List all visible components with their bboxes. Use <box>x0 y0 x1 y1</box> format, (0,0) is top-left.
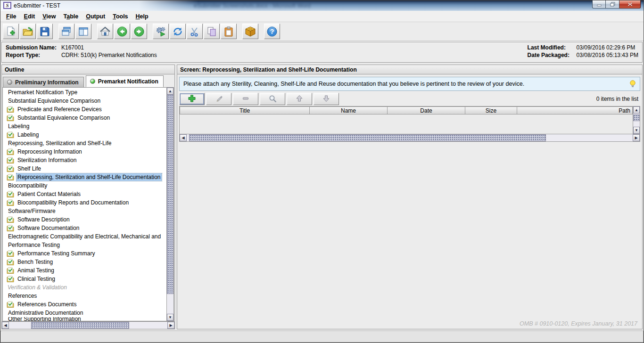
outline-item[interactable]: Substantial Equivalence Comparison <box>3 97 166 105</box>
outline-item[interactable]: Performance Testing <box>3 241 166 249</box>
restore-button[interactable] <box>606 0 619 8</box>
table-vertical-scrollbar[interactable]: ▲ ▼ <box>633 106 640 134</box>
help-button[interactable]: ? <box>264 24 280 39</box>
outline-item[interactable]: References Documents <box>3 300 166 309</box>
menu-output[interactable]: Output <box>82 12 109 21</box>
column-header-name[interactable]: Name <box>310 106 388 114</box>
table-vscroll-thumb[interactable] <box>633 114 640 121</box>
tab-premarket-notification[interactable]: Premarket Notification <box>86 75 164 87</box>
outline-vertical-scrollbar[interactable]: ▲ ▼ <box>166 88 173 321</box>
outline-item[interactable]: Performance Testing Summary <box>3 249 166 258</box>
instruction-text: Please attach any Sterility, Cleaning, S… <box>183 81 629 87</box>
outline-item[interactable]: Software/Firmware <box>3 207 166 215</box>
table-hscroll-thumb[interactable] <box>189 134 546 141</box>
outline-item[interactable]: Labeling <box>3 122 166 131</box>
outline-horizontal-scrollbar[interactable]: ◀ ▶ <box>2 321 174 329</box>
outline-item[interactable]: Labeling <box>3 131 166 139</box>
edit-attachment-button[interactable] <box>206 93 231 105</box>
back-button[interactable] <box>114 24 130 39</box>
outline-item[interactable]: Premarket Notification Type <box>3 88 166 97</box>
add-attachment-button[interactable] <box>179 93 205 105</box>
outline-item[interactable]: Software Documentation <box>3 224 166 232</box>
cascade-windows-button[interactable] <box>58 24 74 39</box>
minimize-button[interactable] <box>592 0 606 8</box>
outline-item[interactable]: Patient Contact Materials <box>3 190 166 198</box>
table-hscroll-track[interactable] <box>187 134 633 141</box>
outline-vscroll-thumb[interactable] <box>167 95 173 294</box>
last-modified-label: Last Modified: <box>528 44 577 52</box>
package-submission-button[interactable] <box>242 24 258 39</box>
scroll-down-arrow-icon[interactable]: ▼ <box>167 314 173 321</box>
move-down-button[interactable] <box>314 93 339 105</box>
background-window-title: eSubmitter Screenshots.docx - Microsoft … <box>194 2 311 9</box>
forward-arrow-icon <box>133 26 145 37</box>
outline-hscroll-track[interactable] <box>9 322 167 329</box>
outline-item-label: Predicate and Reference Devices <box>17 106 103 113</box>
forward-button[interactable] <box>131 24 147 39</box>
menu-view[interactable]: View <box>39 12 59 21</box>
outline-item-label: Performance Testing <box>7 241 61 249</box>
pencil-icon <box>215 94 223 104</box>
copy-button[interactable] <box>204 24 220 39</box>
scroll-right-arrow-icon[interactable]: ▶ <box>167 322 174 329</box>
column-header-path[interactable]: Path <box>517 106 633 114</box>
outline-item[interactable]: Software Description <box>3 215 166 224</box>
outline-item[interactable]: Animal Testing <box>3 266 166 275</box>
main-area: Outline Preliminary InformationPremarket… <box>0 64 644 330</box>
outline-item[interactable]: Reprocessing, Sterilization and Shelf-Li… <box>3 173 166 181</box>
table-vscroll-track[interactable] <box>633 114 640 127</box>
refresh-button[interactable] <box>170 24 186 39</box>
menu-table[interactable]: Table <box>59 12 82 21</box>
tab-preliminary-information[interactable]: Preliminary Information <box>3 77 84 87</box>
paste-button[interactable] <box>221 24 237 39</box>
close-button[interactable] <box>619 0 641 8</box>
remove-attachment-button[interactable] <box>233 93 258 105</box>
outline-item[interactable]: Electromagnetic Compatibility and Electr… <box>3 232 166 241</box>
outline-item[interactable]: Administrative Documentation <box>3 309 166 317</box>
hint-lightbulb-icon[interactable] <box>629 80 636 88</box>
table-scroll-up-arrow-icon[interactable]: ▲ <box>633 106 640 114</box>
attachment-table-body[interactable] <box>180 114 633 134</box>
split-view-button[interactable] <box>75 24 91 39</box>
outline-item[interactable]: Bench Testing <box>3 258 166 266</box>
run-process-button[interactable] <box>153 24 169 39</box>
menu-tools[interactable]: Tools <box>109 12 132 21</box>
menu-file[interactable]: File <box>2 12 20 21</box>
outline-tree-container: Premarket Notification TypeSubstantial E… <box>2 87 174 321</box>
outline-item[interactable]: Other Supporting Information <box>3 317 166 321</box>
move-up-button[interactable] <box>287 93 312 105</box>
copy-icon <box>206 26 217 37</box>
outline-item[interactable]: Substantial Equivalence Comparison <box>3 114 166 122</box>
column-header-title[interactable]: Title <box>180 106 310 114</box>
outline-item[interactable]: Biocompatibility Reports and Documentati… <box>3 198 166 207</box>
outline-item[interactable]: Reprocessing, Sterilization and Shelf-Li… <box>3 139 166 147</box>
save-button[interactable] <box>37 24 53 39</box>
table-scroll-right-arrow-icon[interactable]: ▶ <box>633 134 640 141</box>
outline-item[interactable]: Predicate and Reference Devices <box>3 105 166 114</box>
screen-title: Screen: Reprocessing, Sterilization and … <box>177 65 642 74</box>
new-submission-button[interactable] <box>3 24 19 39</box>
outline-hscroll-thumb[interactable] <box>31 322 129 329</box>
table-scroll-down-arrow-icon[interactable]: ▼ <box>633 127 640 134</box>
open-submission-button[interactable] <box>20 24 36 39</box>
outline-item[interactable]: Clinical Testing <box>3 275 166 283</box>
scroll-left-arrow-icon[interactable]: ◀ <box>2 322 9 329</box>
outline-item[interactable]: Sterilization Information <box>3 156 166 164</box>
outline-item[interactable]: Verification & Validation <box>3 283 166 292</box>
outline-vscroll-track[interactable] <box>167 95 173 314</box>
table-scroll-left-arrow-icon[interactable]: ◀ <box>180 134 187 141</box>
column-header-size[interactable]: Size <box>465 106 517 114</box>
menu-help[interactable]: Help <box>132 12 152 21</box>
cut-button[interactable] <box>187 24 203 39</box>
table-horizontal-scrollbar[interactable]: ◀ ▶ <box>180 134 640 141</box>
outline-panel-title: Outline <box>2 65 174 74</box>
column-header-date[interactable]: Date <box>388 106 465 114</box>
menu-edit[interactable]: Edit <box>20 12 39 21</box>
outline-item[interactable]: Biocompatibility <box>3 181 166 190</box>
home-button[interactable] <box>97 24 113 39</box>
outline-item[interactable]: References <box>3 292 166 300</box>
outline-item[interactable]: Shelf Life <box>3 164 166 173</box>
outline-item[interactable]: Reprocessing Information <box>3 147 166 156</box>
scroll-up-arrow-icon[interactable]: ▲ <box>167 88 173 95</box>
view-attachment-button[interactable] <box>260 93 285 105</box>
